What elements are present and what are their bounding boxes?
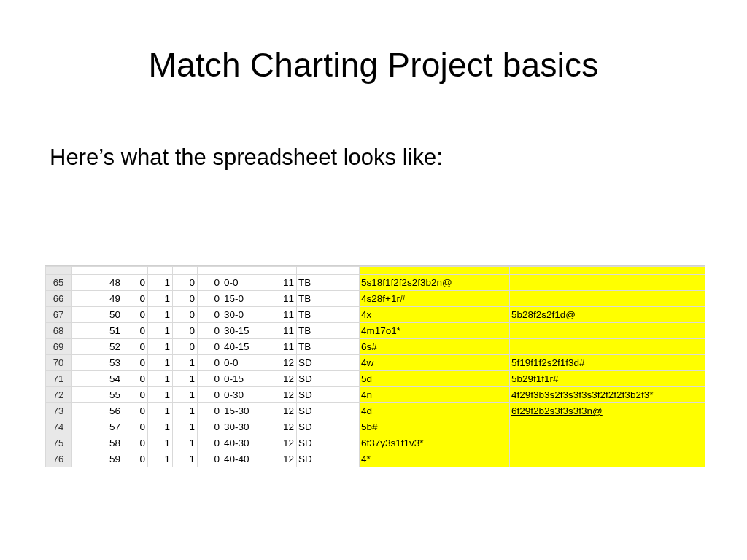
cell-f: 0-0 (222, 275, 263, 291)
cell-c: 1 (148, 419, 173, 435)
cell-b: 0 (123, 371, 148, 387)
cell-h: SD (297, 355, 360, 371)
cell-b: 0 (123, 387, 148, 403)
cell-second-serve: 4f29f3b3s2f3s3f3s3f2f2f2f3b2f3* (510, 387, 705, 403)
cell-second-serve (510, 291, 705, 307)
cell-a: 59 (72, 451, 123, 467)
cell-g: 12 (263, 387, 297, 403)
cell-a: 58 (72, 435, 123, 451)
cell-b: 0 (123, 291, 148, 307)
cell-f: 0-0 (222, 355, 263, 371)
table-row: 7356011015-3012SD4d6f29f2b2s3f3s3f3n@ (46, 403, 705, 419)
cell-a: 55 (72, 387, 123, 403)
cell-first-serve: 6s# (360, 339, 510, 355)
cell-c: 1 (148, 371, 173, 387)
cell-d: 0 (173, 275, 198, 291)
cell-f: 15-30 (222, 403, 263, 419)
table-row: 7457011030-3012SD5b# (46, 419, 705, 435)
row-header: 70 (46, 355, 72, 371)
cell-h: SD (297, 387, 360, 403)
cell-first-serve: 4x (360, 307, 510, 323)
cell-b: 0 (123, 403, 148, 419)
cell-e: 0 (198, 371, 222, 387)
cell-g: 12 (263, 451, 297, 467)
cell-e: 0 (198, 419, 222, 435)
row-header: 75 (46, 435, 72, 451)
cell-g: 11 (263, 275, 297, 291)
cell-first-serve: 4s28f+1r# (360, 291, 510, 307)
cell-second-serve: 5b28f2s2f1d@ (510, 307, 705, 323)
cell-h: SD (297, 451, 360, 467)
cell-c: 1 (148, 387, 173, 403)
cell-second-serve (510, 419, 705, 435)
cell-first-serve: 5b# (360, 419, 510, 435)
cell-e: 0 (198, 275, 222, 291)
cell-h: SD (297, 371, 360, 387)
row-header: 73 (46, 403, 72, 419)
row-header: 68 (46, 323, 72, 339)
cell-second-serve-link: 5b28f2s2f1d@ (511, 309, 576, 320)
cell-c: 1 (148, 291, 173, 307)
slide-title: Match Charting Project basics (0, 45, 747, 85)
cell-e: 0 (198, 355, 222, 371)
cell-a: 53 (72, 355, 123, 371)
clipped-row: .... .... ... (46, 267, 705, 275)
cell-d: 0 (173, 323, 198, 339)
row-header: 71 (46, 371, 72, 387)
cell-b: 0 (123, 435, 148, 451)
cell-first-serve: 5d (360, 371, 510, 387)
cell-second-serve: 5b29f1f1r# (510, 371, 705, 387)
cell-b: 0 (123, 339, 148, 355)
table-row: 705301100-012SD4w5f19f1f2s2f1f3d# (46, 355, 705, 371)
cell-f: 40-15 (222, 339, 263, 355)
cell-second-serve (510, 275, 705, 291)
cell-f: 40-30 (222, 435, 263, 451)
cell-second-serve (510, 435, 705, 451)
cell-c: 1 (148, 403, 173, 419)
cell-first-serve: 4m17o1* (360, 323, 510, 339)
cell-a: 56 (72, 403, 123, 419)
cell-d: 0 (173, 307, 198, 323)
cell-f: 40-40 (222, 451, 263, 467)
cell-f: 15-0 (222, 291, 263, 307)
cell-c: 1 (148, 323, 173, 339)
cell-second-serve (510, 323, 705, 339)
cell-second-serve: 6f29f2b2s3f3s3f3n@ (510, 403, 705, 419)
table-row: 7659011040-4012SD4* (46, 451, 705, 467)
cell-h: TB (297, 307, 360, 323)
cell-a: 54 (72, 371, 123, 387)
cell-d: 1 (173, 451, 198, 467)
cell-d: 1 (173, 371, 198, 387)
cell-h: TB (297, 323, 360, 339)
cell-first-serve: 4* (360, 451, 510, 467)
row-header: 66 (46, 291, 72, 307)
cell-c: 1 (148, 307, 173, 323)
cell-second-serve (510, 451, 705, 467)
cell-f: 0-15 (222, 371, 263, 387)
cell-a: 57 (72, 419, 123, 435)
cell-e: 0 (198, 403, 222, 419)
cell-b: 0 (123, 419, 148, 435)
cell-h: SD (297, 435, 360, 451)
table-row: 7558011040-3012SD6f37y3s1f1v3* (46, 435, 705, 451)
cell-c: 1 (148, 275, 173, 291)
cell-g: 12 (263, 371, 297, 387)
row-header: 74 (46, 419, 72, 435)
spreadsheet-table: .... .... ... 654801000-011TB5s18f1f2f2s… (45, 266, 705, 467)
cell-first-serve-link: 5s18f1f2f2s2f3b2n@ (361, 277, 452, 288)
cell-d: 0 (173, 291, 198, 307)
cell-second-serve: 5f19f1f2s2f1f3d# (510, 355, 705, 371)
table-row: 654801000-011TB5s18f1f2f2s2f3b2n@ (46, 275, 705, 291)
cell-a: 49 (72, 291, 123, 307)
table-row: 6952010040-1511TB6s# (46, 339, 705, 355)
cell-d: 1 (173, 435, 198, 451)
cell-a: 52 (72, 339, 123, 355)
cell-first-serve: 5s18f1f2f2s2f3b2n@ (360, 275, 510, 291)
cell-e: 0 (198, 339, 222, 355)
cell-b: 0 (123, 275, 148, 291)
cell-g: 11 (263, 307, 297, 323)
cell-g: 11 (263, 291, 297, 307)
cell-e: 0 (198, 307, 222, 323)
table-row: 6750010030-011TB4x5b28f2s2f1d@ (46, 307, 705, 323)
cell-b: 0 (123, 323, 148, 339)
